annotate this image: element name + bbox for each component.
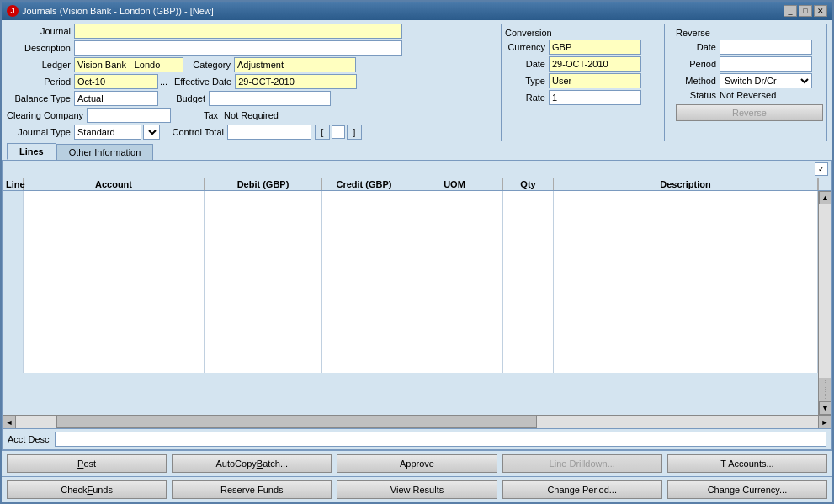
conv-rate-input[interactable]	[549, 90, 641, 105]
col-header-account: Account	[24, 178, 205, 190]
rev-method-select[interactable]: Switch Dr/Cr	[720, 73, 812, 88]
balance-type-input[interactable]	[74, 91, 158, 106]
tab-lines[interactable]: Lines	[7, 143, 56, 160]
line-drilldown-button[interactable]: Line Drilldown...	[502, 454, 662, 473]
minimize-button[interactable]: _	[784, 5, 797, 17]
scroll-grip[interactable]: ⋮⋮⋮	[822, 378, 829, 401]
title-buttons: _ □ ✕	[784, 5, 827, 17]
t-accounts-button[interactable]: T Accounts...	[667, 454, 827, 473]
period-dots-button[interactable]: ...	[160, 77, 167, 87]
bracket-open-button[interactable]: [	[315, 125, 330, 140]
conv-currency-input[interactable]	[549, 40, 641, 55]
description-row: Description	[7, 40, 497, 56]
conv-type-input[interactable]	[549, 73, 641, 88]
change-currency-button[interactable]: Change Currency...	[667, 480, 827, 499]
scroll-up-button[interactable]: ▲	[819, 191, 832, 204]
journal-type-input[interactable]	[74, 125, 141, 140]
col-header-debit: Debit (GBP)	[205, 178, 322, 190]
rev-method-row: Method Switch Dr/Cr	[676, 73, 823, 88]
grid-body	[3, 191, 818, 415]
conv-rate-row: Rate	[505, 90, 661, 105]
table-row	[3, 267, 818, 282]
col-header-line: Line	[3, 178, 24, 190]
rev-date-input[interactable]	[720, 40, 812, 55]
effective-date-label: Effective Date	[167, 77, 235, 87]
columns-button[interactable]: ✓	[815, 162, 828, 176]
view-results-button[interactable]: View Results	[337, 480, 497, 499]
horizontal-scrollbar[interactable]: ◄ ►	[3, 415, 831, 428]
table-row	[3, 312, 818, 327]
grid-body-area: ▲ ⋮⋮⋮ ▼	[3, 191, 831, 415]
period-row: ...	[74, 74, 167, 89]
description-input[interactable]	[74, 40, 402, 56]
form-section: Journal Description Ledger Category Peri…	[2, 20, 832, 143]
scroll-track[interactable]	[819, 204, 831, 378]
bracket-close-button[interactable]: ]	[347, 125, 362, 140]
vertical-scrollbar[interactable]: ▲ ⋮⋮⋮ ▼	[818, 191, 831, 415]
table-row	[3, 282, 818, 297]
maximize-button[interactable]: □	[799, 5, 812, 17]
control-total-label: Control Total	[160, 127, 227, 137]
journal-row: Journal	[7, 24, 497, 39]
button-row-2: Check Funds Reserve Funds View Results C…	[2, 476, 832, 502]
post-button[interactable]: Post	[7, 454, 167, 473]
journal-type-label: Journal Type	[7, 127, 74, 137]
rev-status-label: Status	[676, 90, 720, 100]
close-button[interactable]: ✕	[814, 5, 827, 17]
clearing-company-label: Clearing Company	[7, 110, 87, 120]
journaltype-controltotal-row: Journal Type ▼ Control Total [ ]	[7, 125, 497, 140]
balance-type-label: Balance Type	[7, 93, 74, 103]
clearing-company-input[interactable]	[87, 108, 171, 123]
title-bar-left: J Journals (Vision Bank - London (GBP)) …	[7, 5, 214, 17]
ledger-category-row: Ledger Category	[7, 57, 497, 72]
reverse-button[interactable]: Reverse	[676, 104, 823, 121]
journal-type-select[interactable]: ▼	[143, 125, 160, 140]
bracket-button-area: [ ]	[315, 125, 362, 140]
journal-input[interactable]	[74, 24, 402, 39]
effective-date-input[interactable]	[235, 74, 357, 89]
rev-period-input[interactable]	[720, 56, 812, 72]
scroll-down-button[interactable]: ▼	[819, 401, 832, 415]
category-input[interactable]	[234, 57, 356, 72]
scroll-right-button[interactable]: ►	[818, 416, 831, 429]
reserve-funds-button[interactable]: Reserve Funds	[172, 480, 332, 499]
grid-toolbar: ✓	[3, 161, 831, 178]
tax-label: Tax	[171, 110, 221, 120]
change-period-button[interactable]: Change Period...	[502, 480, 662, 499]
conversion-section: Conversion Currency Date Type Rate	[501, 24, 665, 141]
check-funds-button[interactable]: Check Funds	[7, 480, 167, 499]
scroll-h-track[interactable]	[16, 416, 818, 428]
acct-desc-row: Acct Desc	[3, 428, 831, 449]
rev-status-row: Status Not Reversed	[676, 90, 823, 100]
conv-type-label: Type	[505, 76, 549, 86]
autocopy-batch-button[interactable]: AutoCopy Batch...	[172, 454, 332, 473]
table-row	[3, 297, 818, 312]
bracket-checkbox[interactable]	[332, 125, 345, 139]
conv-date-row: Date	[505, 56, 661, 72]
balancetype-budget-row: Balance Type Budget	[7, 91, 497, 106]
tab-other-information[interactable]: Other Information	[56, 144, 154, 160]
ledger-input[interactable]	[74, 57, 183, 72]
col-header-description: Description	[554, 178, 818, 190]
button-row-1: Post AutoCopy Batch... Approve Line Dril…	[2, 450, 832, 476]
grid-header: Line Account Debit (GBP) Credit (GBP) UO…	[3, 178, 831, 191]
table-row	[3, 327, 818, 342]
journal-label: Journal	[7, 26, 74, 36]
window-title: Journals (Vision Bank - London (GBP)) - …	[22, 6, 214, 16]
approve-button[interactable]: Approve	[337, 454, 497, 473]
budget-input[interactable]	[209, 91, 331, 106]
acct-desc-input[interactable]	[55, 432, 826, 447]
conv-date-input[interactable]	[549, 56, 641, 72]
tax-input	[221, 108, 343, 123]
clearing-tax-row: Clearing Company Tax	[7, 108, 497, 123]
scroll-h-thumb[interactable]	[56, 416, 538, 428]
acct-desc-label: Acct Desc	[8, 434, 50, 444]
budget-label: Budget	[158, 93, 209, 103]
scroll-left-button[interactable]: ◄	[3, 416, 16, 429]
table-row	[3, 358, 818, 373]
control-total-input[interactable]	[227, 125, 311, 140]
period-input[interactable]	[74, 74, 158, 89]
table-row	[3, 342, 818, 358]
conv-currency-row: Currency	[505, 40, 661, 55]
rev-method-label: Method	[676, 76, 720, 86]
